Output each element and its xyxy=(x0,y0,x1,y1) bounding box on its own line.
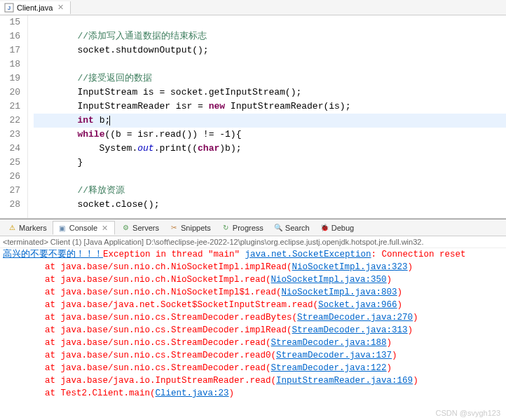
code-line[interactable]: //接受返回的数据 xyxy=(34,72,506,86)
code-line[interactable] xyxy=(34,57,506,72)
console-process-header: <terminated> Client (1) [Java Applicatio… xyxy=(0,236,506,248)
console-line: at java.base/java.net.Socket$SocketInput… xyxy=(3,299,503,311)
console-tab-console[interactable]: ▣Console✕ xyxy=(53,221,115,235)
tab-label: Console xyxy=(69,224,97,232)
stacktrace-link[interactable]: java.net.SocketException xyxy=(245,250,371,259)
console-line: at java.base/sun.nio.ch.NioSocketImpl$1.… xyxy=(3,286,503,299)
servers-icon: ⚙ xyxy=(121,223,130,233)
code-line[interactable]: int b; xyxy=(34,114,506,128)
console-tab-markers[interactable]: ⚠Markers xyxy=(3,222,51,234)
console-line: at Test2.Client.main(Client.java:23) xyxy=(3,387,503,400)
snippets-icon: ✂ xyxy=(169,223,179,233)
console-line: 高兴的不要不要的！！！Exception in thread "main" ja… xyxy=(3,248,503,261)
line-number: 19 xyxy=(0,72,20,86)
code-line[interactable] xyxy=(34,170,506,184)
line-number: 27 xyxy=(0,184,20,198)
text-caret xyxy=(109,116,110,126)
console-icon: ▣ xyxy=(57,223,67,233)
stacktrace-link[interactable]: StreamDecoder.java:137 xyxy=(276,351,392,360)
search-icon: 🔍 xyxy=(273,223,283,233)
stacktrace-link[interactable]: Client.java:23 xyxy=(156,388,229,398)
code-line[interactable]: InputStream is = socket.getInputStream()… xyxy=(34,86,506,100)
line-number: 18 xyxy=(0,57,20,72)
stacktrace-link[interactable]: StreamDecoder.java:313 xyxy=(292,325,408,335)
line-number: 20 xyxy=(0,86,20,100)
close-icon[interactable]: ✕ xyxy=(100,224,110,233)
console-line: at java.base/sun.nio.cs.StreamDecoder.im… xyxy=(3,324,503,337)
line-number: 21 xyxy=(0,100,20,114)
editor-tab-bar: J Client.java ✕ xyxy=(0,0,506,15)
code-line[interactable]: //释放资源 xyxy=(34,184,506,198)
console-tab-snippets[interactable]: ✂Snippets xyxy=(165,222,215,234)
progress-icon: ↻ xyxy=(221,223,231,233)
stacktrace-link[interactable]: StreamDecoder.java:122 xyxy=(271,363,387,373)
code-line[interactable]: System.out.print((char)b); xyxy=(34,142,506,156)
console-tab-bar: ⚠Markers▣Console✕⚙Servers✂Snippets↻Progr… xyxy=(0,219,506,236)
code-editor[interactable]: 1516171819202122232425262728 //添加写入通道数据的… xyxy=(0,15,506,219)
tab-filename: Client.java xyxy=(17,4,53,12)
console-tab-progress[interactable]: ↻Progress xyxy=(217,222,268,234)
code-line[interactable]: socket.close(); xyxy=(34,198,506,212)
watermark: CSDN @svygh123 xyxy=(436,409,500,417)
code-line[interactable]: socket.shutdownOutput(); xyxy=(34,43,506,57)
tab-label: Debug xyxy=(331,224,354,232)
code-area[interactable]: //添加写入通道数据的结束标志 socket.shutdownOutput();… xyxy=(28,15,506,218)
console-line: at java.base/sun.nio.ch.NioSocketImpl.re… xyxy=(3,273,503,286)
line-number: 22 xyxy=(0,114,20,128)
line-number: 16 xyxy=(0,29,20,43)
console-line: at java.base/sun.nio.cs.StreamDecoder.re… xyxy=(3,362,503,374)
code-line[interactable] xyxy=(34,15,506,29)
console-tab-servers[interactable]: ⚙Servers xyxy=(116,222,163,234)
tab-label: Servers xyxy=(132,224,159,232)
java-file-icon: J xyxy=(4,3,14,13)
console-panel: ⚠Markers▣Console✕⚙Servers✂Snippets↻Progr… xyxy=(0,219,506,400)
line-number: 23 xyxy=(0,128,20,142)
close-icon[interactable]: ✕ xyxy=(55,3,66,12)
code-line[interactable]: //添加写入通道数据的结束标志 xyxy=(34,29,506,43)
stacktrace-link[interactable]: StreamDecoder.java:188 xyxy=(271,338,387,348)
stacktrace-link[interactable]: NioSocketImpl.java:803 xyxy=(282,287,397,297)
debug-icon: 🐞 xyxy=(320,223,329,233)
stacktrace-link[interactable]: StreamDecoder.java:270 xyxy=(297,313,413,323)
line-number: 28 xyxy=(0,198,20,212)
code-line[interactable]: InputStreamReader isr = new InputStreamR… xyxy=(34,100,506,114)
code-line[interactable]: } xyxy=(34,156,506,170)
console-line: at java.base/sun.nio.cs.StreamDecoder.re… xyxy=(3,337,503,349)
tab-label: Search xyxy=(285,224,310,232)
line-number: 17 xyxy=(0,43,20,57)
stacktrace-link[interactable]: Socket.java:966 xyxy=(318,300,397,310)
stacktrace-link[interactable]: InputStreamReader.java:169 xyxy=(276,376,413,386)
console-tab-search[interactable]: 🔍Search xyxy=(269,222,314,234)
console-line: at java.base/sun.nio.cs.StreamDecoder.re… xyxy=(3,349,503,362)
svg-text:J: J xyxy=(8,5,11,11)
console-line: at java.base/java.io.InputStreamReader.r… xyxy=(3,374,503,387)
code-line[interactable]: while((b = isr.read()) != -1){ xyxy=(34,128,506,142)
console-line: at java.base/sun.nio.cs.StreamDecoder.re… xyxy=(3,311,503,324)
console-tab-debug[interactable]: 🐞Debug xyxy=(315,222,358,234)
stacktrace-link[interactable]: NioSocketImpl.java:323 xyxy=(292,262,408,272)
line-number: 25 xyxy=(0,156,20,170)
line-number: 15 xyxy=(0,15,20,29)
line-number: 24 xyxy=(0,142,20,156)
console-output[interactable]: 高兴的不要不要的！！！Exception in thread "main" ja… xyxy=(0,248,506,400)
tab-label: Markers xyxy=(19,224,47,232)
console-line: at java.base/sun.nio.ch.NioSocketImpl.im… xyxy=(3,261,503,273)
editor-tab[interactable]: J Client.java ✕ xyxy=(0,1,71,14)
tab-label: Progress xyxy=(233,224,264,232)
tab-label: Snippets xyxy=(181,224,211,232)
markers-icon: ⚠ xyxy=(7,223,17,233)
stacktrace-link[interactable]: NioSocketImpl.java:350 xyxy=(271,275,387,285)
line-number-gutter: 1516171819202122232425262728 xyxy=(0,15,28,218)
line-number: 26 xyxy=(0,170,20,184)
